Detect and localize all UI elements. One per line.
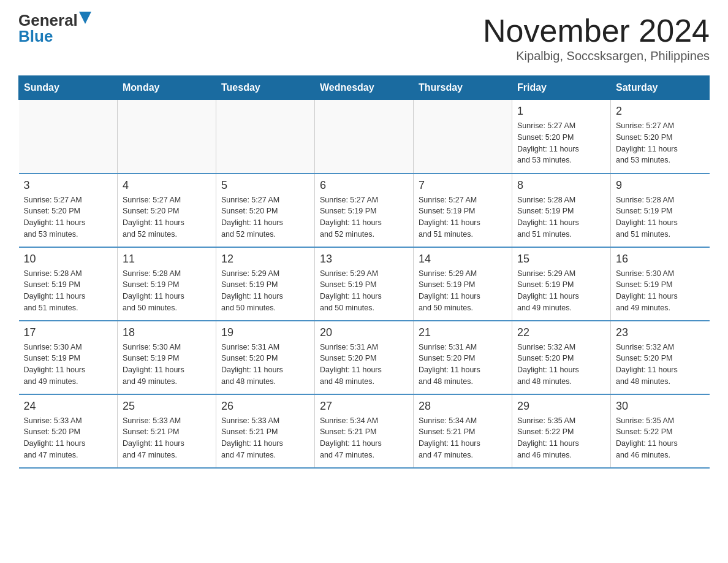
day-number: 24	[24, 400, 113, 413]
day-number: 19	[221, 326, 309, 339]
day-info: Sunrise: 5:33 AM Sunset: 5:20 PM Dayligh…	[24, 415, 113, 461]
calendar-cell: 28Sunrise: 5:34 AM Sunset: 5:21 PM Dayli…	[414, 394, 512, 468]
title-block: November 2024 Kipalbig, Soccsksargen, Ph…	[483, 12, 710, 63]
day-number: 30	[616, 400, 705, 413]
day-info: Sunrise: 5:28 AM Sunset: 5:19 PM Dayligh…	[123, 268, 211, 314]
logo-blue-text: Blue	[18, 28, 53, 44]
day-info: Sunrise: 5:30 AM Sunset: 5:19 PM Dayligh…	[123, 342, 211, 388]
calendar-cell: 14Sunrise: 5:29 AM Sunset: 5:19 PM Dayli…	[414, 247, 512, 321]
calendar-cell: 29Sunrise: 5:35 AM Sunset: 5:22 PM Dayli…	[512, 394, 611, 468]
day-info: Sunrise: 5:32 AM Sunset: 5:20 PM Dayligh…	[616, 342, 705, 388]
calendar-cell: 11Sunrise: 5:28 AM Sunset: 5:19 PM Dayli…	[118, 247, 216, 321]
day-number: 25	[123, 400, 211, 413]
svg-marker-0	[79, 12, 91, 24]
weekday-header-sunday: Sunday	[19, 76, 118, 100]
day-info: Sunrise: 5:33 AM Sunset: 5:21 PM Dayligh…	[221, 415, 309, 461]
calendar-cell: 12Sunrise: 5:29 AM Sunset: 5:19 PM Dayli…	[216, 247, 315, 321]
calendar-cell	[19, 100, 118, 174]
calendar-cell: 9Sunrise: 5:28 AM Sunset: 5:19 PM Daylig…	[611, 174, 710, 247]
day-info: Sunrise: 5:29 AM Sunset: 5:19 PM Dayligh…	[517, 268, 605, 314]
day-info: Sunrise: 5:30 AM Sunset: 5:19 PM Dayligh…	[616, 268, 705, 314]
day-info: Sunrise: 5:29 AM Sunset: 5:19 PM Dayligh…	[221, 268, 309, 314]
calendar-cell	[216, 100, 315, 174]
weekday-header-monday: Monday	[118, 76, 216, 100]
day-number: 13	[320, 253, 408, 266]
day-info: Sunrise: 5:29 AM Sunset: 5:19 PM Dayligh…	[320, 268, 408, 314]
day-info: Sunrise: 5:33 AM Sunset: 5:21 PM Dayligh…	[123, 415, 211, 461]
weekday-header-saturday: Saturday	[611, 76, 710, 100]
calendar-cell: 10Sunrise: 5:28 AM Sunset: 5:19 PM Dayli…	[19, 247, 118, 321]
calendar-cell: 1Sunrise: 5:27 AM Sunset: 5:20 PM Daylig…	[512, 100, 611, 174]
day-info: Sunrise: 5:27 AM Sunset: 5:20 PM Dayligh…	[123, 194, 211, 240]
calendar-cell: 6Sunrise: 5:27 AM Sunset: 5:19 PM Daylig…	[315, 174, 414, 247]
page-header: General Blue November 2024 Kipalbig, Soc…	[18, 12, 710, 63]
day-number: 11	[123, 253, 211, 266]
day-number: 3	[24, 179, 113, 192]
day-number: 10	[24, 253, 113, 266]
weekday-header-wednesday: Wednesday	[315, 76, 414, 100]
calendar-cell: 8Sunrise: 5:28 AM Sunset: 5:19 PM Daylig…	[512, 174, 611, 247]
day-info: Sunrise: 5:27 AM Sunset: 5:20 PM Dayligh…	[24, 194, 113, 240]
day-number: 26	[221, 400, 309, 413]
day-number: 2	[616, 105, 705, 118]
day-number: 8	[517, 179, 605, 192]
weekday-header-thursday: Thursday	[414, 76, 512, 100]
day-info: Sunrise: 5:28 AM Sunset: 5:19 PM Dayligh…	[517, 194, 605, 240]
month-title: November 2024	[483, 12, 710, 49]
day-info: Sunrise: 5:27 AM Sunset: 5:20 PM Dayligh…	[221, 194, 309, 240]
day-info: Sunrise: 5:28 AM Sunset: 5:19 PM Dayligh…	[24, 268, 113, 314]
day-number: 12	[221, 253, 309, 266]
calendar-cell: 15Sunrise: 5:29 AM Sunset: 5:19 PM Dayli…	[512, 247, 611, 321]
day-number: 1	[517, 105, 605, 118]
calendar-cell: 18Sunrise: 5:30 AM Sunset: 5:19 PM Dayli…	[118, 321, 216, 394]
day-number: 5	[221, 179, 309, 192]
calendar-cell: 30Sunrise: 5:35 AM Sunset: 5:22 PM Dayli…	[611, 394, 710, 468]
day-number: 4	[123, 179, 211, 192]
calendar-cell: 13Sunrise: 5:29 AM Sunset: 5:19 PM Dayli…	[315, 247, 414, 321]
calendar-cell	[414, 100, 512, 174]
day-info: Sunrise: 5:31 AM Sunset: 5:20 PM Dayligh…	[320, 342, 408, 388]
day-info: Sunrise: 5:29 AM Sunset: 5:19 PM Dayligh…	[419, 268, 507, 314]
day-info: Sunrise: 5:28 AM Sunset: 5:19 PM Dayligh…	[616, 194, 705, 240]
day-info: Sunrise: 5:35 AM Sunset: 5:22 PM Dayligh…	[517, 415, 605, 461]
calendar-week-row: 17Sunrise: 5:30 AM Sunset: 5:19 PM Dayli…	[19, 321, 710, 394]
day-info: Sunrise: 5:35 AM Sunset: 5:22 PM Dayligh…	[616, 415, 705, 461]
calendar-cell: 21Sunrise: 5:31 AM Sunset: 5:20 PM Dayli…	[414, 321, 512, 394]
calendar-cell: 20Sunrise: 5:31 AM Sunset: 5:20 PM Dayli…	[315, 321, 414, 394]
day-info: Sunrise: 5:27 AM Sunset: 5:19 PM Dayligh…	[419, 194, 507, 240]
calendar-table: SundayMondayTuesdayWednesdayThursdayFrid…	[18, 75, 710, 469]
day-info: Sunrise: 5:27 AM Sunset: 5:20 PM Dayligh…	[616, 120, 705, 166]
day-number: 14	[419, 253, 507, 266]
calendar-week-row: 3Sunrise: 5:27 AM Sunset: 5:20 PM Daylig…	[19, 174, 710, 247]
calendar-cell: 25Sunrise: 5:33 AM Sunset: 5:21 PM Dayli…	[118, 394, 216, 468]
day-number: 21	[419, 326, 507, 339]
calendar-cell	[315, 100, 414, 174]
weekday-header-friday: Friday	[512, 76, 611, 100]
logo-triangle-icon	[79, 12, 91, 24]
day-info: Sunrise: 5:31 AM Sunset: 5:20 PM Dayligh…	[419, 342, 507, 388]
calendar-cell: 16Sunrise: 5:30 AM Sunset: 5:19 PM Dayli…	[611, 247, 710, 321]
day-info: Sunrise: 5:34 AM Sunset: 5:21 PM Dayligh…	[320, 415, 408, 461]
day-number: 9	[616, 179, 705, 192]
weekday-header-tuesday: Tuesday	[216, 76, 315, 100]
calendar-cell: 23Sunrise: 5:32 AM Sunset: 5:20 PM Dayli…	[611, 321, 710, 394]
calendar-cell: 22Sunrise: 5:32 AM Sunset: 5:20 PM Dayli…	[512, 321, 611, 394]
day-number: 27	[320, 400, 408, 413]
day-number: 7	[419, 179, 507, 192]
calendar-cell: 27Sunrise: 5:34 AM Sunset: 5:21 PM Dayli…	[315, 394, 414, 468]
day-number: 23	[616, 326, 705, 339]
calendar-cell: 19Sunrise: 5:31 AM Sunset: 5:20 PM Dayli…	[216, 321, 315, 394]
day-number: 29	[517, 400, 605, 413]
calendar-header-row: SundayMondayTuesdayWednesdayThursdayFrid…	[19, 76, 710, 100]
calendar-cell: 17Sunrise: 5:30 AM Sunset: 5:19 PM Dayli…	[19, 321, 118, 394]
calendar-cell: 4Sunrise: 5:27 AM Sunset: 5:20 PM Daylig…	[118, 174, 216, 247]
calendar-cell: 24Sunrise: 5:33 AM Sunset: 5:20 PM Dayli…	[19, 394, 118, 468]
calendar-cell: 7Sunrise: 5:27 AM Sunset: 5:19 PM Daylig…	[414, 174, 512, 247]
day-info: Sunrise: 5:34 AM Sunset: 5:21 PM Dayligh…	[419, 415, 507, 461]
day-number: 20	[320, 326, 408, 339]
day-number: 16	[616, 253, 705, 266]
calendar-week-row: 10Sunrise: 5:28 AM Sunset: 5:19 PM Dayli…	[19, 247, 710, 321]
day-number: 22	[517, 326, 605, 339]
calendar-cell	[118, 100, 216, 174]
calendar-week-row: 1Sunrise: 5:27 AM Sunset: 5:20 PM Daylig…	[19, 100, 710, 174]
